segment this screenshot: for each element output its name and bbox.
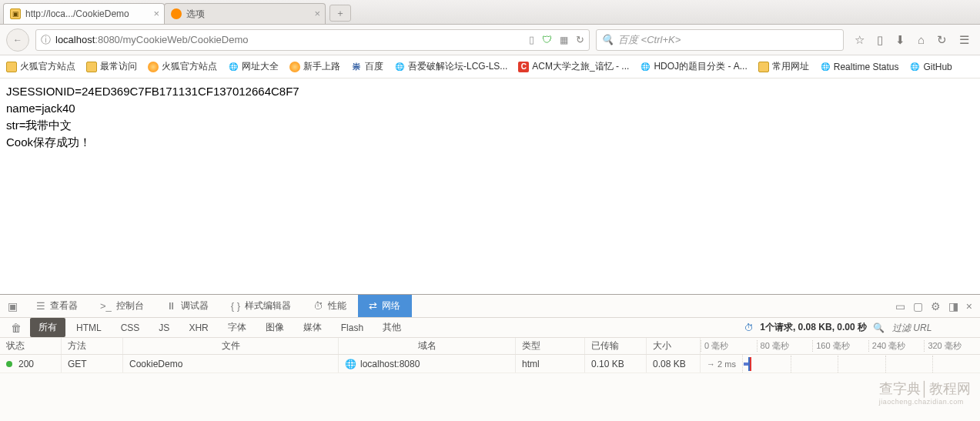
tab-title: http://loca.../CookieDemo xyxy=(25,8,129,19)
browser-tab-strip: ▣ http://loca.../CookieDemo × 选项 × ＋ xyxy=(0,0,980,25)
back-button[interactable]: ← xyxy=(6,28,29,52)
devtools-tab-performance[interactable]: ⏱性能 xyxy=(303,295,358,317)
search-icon: 🔍 xyxy=(601,34,614,45)
debugger-icon: ⏸ xyxy=(166,300,176,312)
folder-icon xyxy=(758,62,769,72)
tab-close-icon[interactable]: × xyxy=(314,8,320,18)
devtools-tab-debugger[interactable]: ⏸调试器 xyxy=(156,295,220,317)
bookmark-item[interactable]: 新手上路 xyxy=(289,60,340,73)
bookmark-item[interactable]: 崇百度 xyxy=(351,60,383,73)
firefox-favicon-icon xyxy=(171,8,182,19)
identity-globe-icon[interactable]: ⓘ xyxy=(41,33,51,47)
inspector-icon: ☰ xyxy=(36,300,45,312)
browser-tab-active[interactable]: ▣ http://loca.../CookieDemo × xyxy=(3,3,165,24)
col-type[interactable]: 类型 xyxy=(516,338,585,354)
bookmark-item[interactable]: 最常访问 xyxy=(86,60,137,73)
filter-url-input[interactable] xyxy=(891,322,975,334)
network-request-row[interactable]: 200 GET CookieDemo 🌐localhost:8080 html … xyxy=(0,355,980,373)
bookmark-item[interactable]: 常用网址 xyxy=(758,60,809,73)
filter-html-button[interactable]: HTML xyxy=(68,319,110,336)
timeline-tick: 240 毫秒 xyxy=(868,340,925,352)
filter-all-button[interactable]: 所有 xyxy=(30,318,65,337)
devtools-close-icon[interactable]: × xyxy=(966,300,972,312)
settings-icon[interactable]: ⚙ xyxy=(931,300,941,312)
watermark: 查字典│教程网 jiaocheng.chazidian.com xyxy=(879,379,971,406)
output-line: name=jack40 xyxy=(6,100,974,117)
globe-icon: 🌐 xyxy=(228,62,239,72)
search-box[interactable]: 🔍 百度 <Ctrl+K> xyxy=(596,29,844,51)
bookmarks-toolbar: 火狐官方站点 最常访问 火狐官方站点 🌐网址大全 新手上路 崇百度 🌐吾爱破解论… xyxy=(0,55,980,79)
url-text: localhost:8080/myCookieWeb/CookieDemo xyxy=(55,34,249,45)
filter-css-button[interactable]: CSS xyxy=(112,319,149,336)
sync-icon[interactable]: ↻ xyxy=(937,33,947,47)
stopwatch-icon: ⏱ xyxy=(744,322,754,333)
filter-xhr-button[interactable]: XHR xyxy=(180,319,216,336)
responsive-mode-icon[interactable]: ▭ xyxy=(895,300,905,312)
address-bar[interactable]: ⓘ localhost:8080/myCookieWeb/CookieDemo … xyxy=(35,29,590,51)
split-console-icon[interactable]: ▢ xyxy=(913,300,923,312)
dock-side-icon[interactable]: ◨ xyxy=(948,300,958,312)
home-icon[interactable]: ⌂ xyxy=(918,33,925,46)
browser-tab-inactive[interactable]: 选项 × xyxy=(164,3,326,24)
filter-flash-button[interactable]: Flash xyxy=(333,319,372,336)
devtools-tab-style[interactable]: { }样式编辑器 xyxy=(220,295,303,317)
network-filter-bar: 🗑 所有 HTML CSS JS XHR 字体 图像 媒体 Flash 其他 ⏱… xyxy=(0,318,980,338)
reload-icon[interactable]: ↻ xyxy=(576,34,584,45)
col-size[interactable]: 大小 xyxy=(647,338,701,354)
menu-icon[interactable]: ☰ xyxy=(959,33,969,47)
bookmark-item[interactable]: 🌐Realtime Status xyxy=(820,62,899,72)
filter-font-button[interactable]: 字体 xyxy=(219,318,255,337)
url-action-icons: ▯ 🛡 ▦ ↻ xyxy=(529,34,584,45)
filter-img-button[interactable]: 图像 xyxy=(257,318,293,337)
filter-js-button[interactable]: JS xyxy=(150,319,178,336)
globe-icon: 🌐 xyxy=(820,62,831,72)
console-icon: >_ xyxy=(100,300,112,312)
col-file[interactable]: 文件 xyxy=(123,338,339,354)
output-line: JSESSIONID=24ED369C7FB171131CF137012664C… xyxy=(6,83,974,100)
tracking-shield-icon[interactable]: 🛡 xyxy=(542,34,552,45)
reader-mode-icon[interactable]: ▯ xyxy=(529,34,534,45)
qr-icon[interactable]: ▦ xyxy=(560,35,568,45)
col-transferred[interactable]: 已传输 xyxy=(585,338,647,354)
page-favicon-icon: ▣ xyxy=(10,8,21,19)
bookmark-item[interactable]: 🌐HDOJ的题目分类 - A... xyxy=(640,60,747,73)
timeline-tick: 160 毫秒 xyxy=(812,340,868,352)
bookmark-item[interactable]: 火狐官方站点 xyxy=(148,60,217,73)
timeline-tick: 320 毫秒 xyxy=(924,340,980,352)
clear-icon[interactable]: 🗑 xyxy=(5,322,28,334)
bookmark-star-icon[interactable]: ☆ xyxy=(855,33,865,47)
devtools-tab-console[interactable]: >_控制台 xyxy=(89,295,156,317)
devtools-tab-inspector[interactable]: ☰查看器 xyxy=(25,295,89,317)
pocket-icon[interactable]: ▯ xyxy=(877,33,883,47)
output-line: str=我带中文 xyxy=(6,117,974,134)
tab-close-icon[interactable]: × xyxy=(153,8,159,18)
bookmark-item[interactable]: 🌐网址大全 xyxy=(228,60,279,73)
globe-icon: 🌐 xyxy=(909,62,920,72)
folder-icon xyxy=(6,62,17,72)
bookmark-item[interactable]: CACM大学之旅_谙忆 - ... xyxy=(518,60,629,73)
filter-other-button[interactable]: 其他 xyxy=(374,318,410,337)
timeline-header: 0 毫秒 80 毫秒 160 毫秒 240 毫秒 320 毫秒 xyxy=(701,340,980,352)
bookmark-item[interactable]: 🌐吾爱破解论坛-LCG-LS... xyxy=(394,60,507,73)
firefox-icon xyxy=(289,62,300,72)
new-tab-button[interactable]: ＋ xyxy=(329,5,351,22)
page-content: JSESSIONID=24ED369C7FB171131CF137012664C… xyxy=(0,79,980,155)
element-picker-icon[interactable]: ▣ xyxy=(0,295,25,317)
col-status[interactable]: 状态 xyxy=(0,338,62,354)
downloads-icon[interactable]: ⬇ xyxy=(895,33,905,47)
devtools-tab-network[interactable]: ⇄网络 xyxy=(358,295,412,317)
filter-media-button[interactable]: 媒体 xyxy=(295,318,330,337)
output-line: Cook保存成功！ xyxy=(6,134,974,151)
style-icon: { } xyxy=(231,300,240,312)
folder-icon xyxy=(86,62,97,72)
bookmark-item[interactable]: 火狐官方站点 xyxy=(6,60,75,73)
devtools-toolbar: ▣ ☰查看器 >_控制台 ⏸调试器 { }样式编辑器 ⏱性能 ⇄网络 ▭ ▢ ⚙… xyxy=(0,295,980,318)
bookmark-item[interactable]: 🌐GitHub xyxy=(909,62,952,72)
col-domain[interactable]: 域名 xyxy=(339,338,516,354)
network-icon: ⇄ xyxy=(369,300,377,312)
col-method[interactable]: 方法 xyxy=(62,338,123,354)
timeline-tick: 80 毫秒 xyxy=(757,340,813,352)
globe-icon: 🌐 xyxy=(640,62,651,72)
firefox-icon xyxy=(148,62,159,72)
network-table-header: 状态 方法 文件 域名 类型 已传输 大小 0 毫秒 80 毫秒 160 毫秒 … xyxy=(0,338,980,355)
